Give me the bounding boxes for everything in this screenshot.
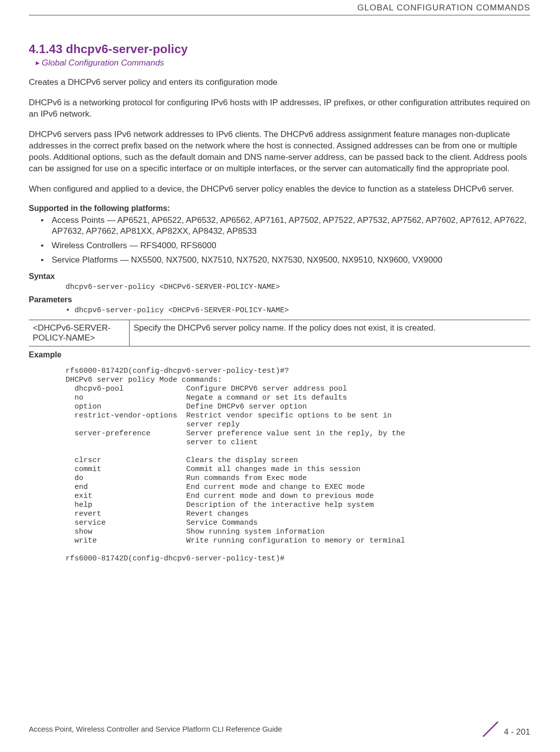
intro-paragraph-3: DHCPv6 servers pass IPv6 network address… [29, 129, 530, 175]
list-item: Wireless Controllers — RFS4000, RFS6000 [52, 240, 530, 252]
section-subreference: Global Configuration Commands [36, 58, 530, 68]
list-item: Service Platforms — NX5500, NX7500, NX75… [52, 255, 530, 266]
content-area: 4.1.43 dhcpv6-server-policy Global Confi… [29, 42, 530, 571]
svg-line-0 [483, 722, 498, 737]
footer-doc-title: Access Point, Wireless Controller and Se… [29, 725, 282, 733]
parameters-line: dhcpv6-server-policy <DHCPv6-SERVER-POLI… [66, 306, 530, 315]
param-desc-cell: Specify the DHCPv6 server policy name. I… [130, 320, 531, 346]
example-heading: Example [29, 350, 530, 359]
table-row: <DHCPv6-SERVER-POLICY-NAME> Specify the … [29, 320, 530, 346]
intro-paragraph-4: When configured and applied to a device,… [29, 184, 530, 195]
footer-page-number: 4 - 201 [504, 727, 530, 737]
intro-paragraph-2: DHCPv6 is a networking protocol for conf… [29, 97, 530, 120]
example-code: rfs6000-81742D(config-dhcpv6-server-poli… [66, 367, 530, 563]
supported-heading: Supported in the following platforms: [29, 204, 530, 213]
parameters-table: <DHCPv6-SERVER-POLICY-NAME> Specify the … [29, 320, 530, 346]
footer-slash-icon [481, 719, 500, 739]
supported-list: Access Points — AP6521, AP6522, AP6532, … [29, 215, 530, 267]
intro-paragraph-1: Creates a DHCPv6 server policy and enter… [29, 77, 530, 88]
list-item: Access Points — AP6521, AP6522, AP6532, … [52, 215, 530, 238]
parameters-heading: Parameters [29, 295, 530, 304]
syntax-heading: Syntax [29, 272, 530, 281]
param-name-cell: <DHCPv6-SERVER-POLICY-NAME> [29, 320, 130, 346]
header-rule [29, 15, 530, 15]
running-header: GLOBAL CONFIGURATION COMMANDS [357, 3, 530, 13]
section-title: 4.1.43 dhcpv6-server-policy [29, 42, 530, 56]
syntax-line: dhcpv6-server-policy <DHCPv6-SERVER-POLI… [66, 283, 530, 291]
